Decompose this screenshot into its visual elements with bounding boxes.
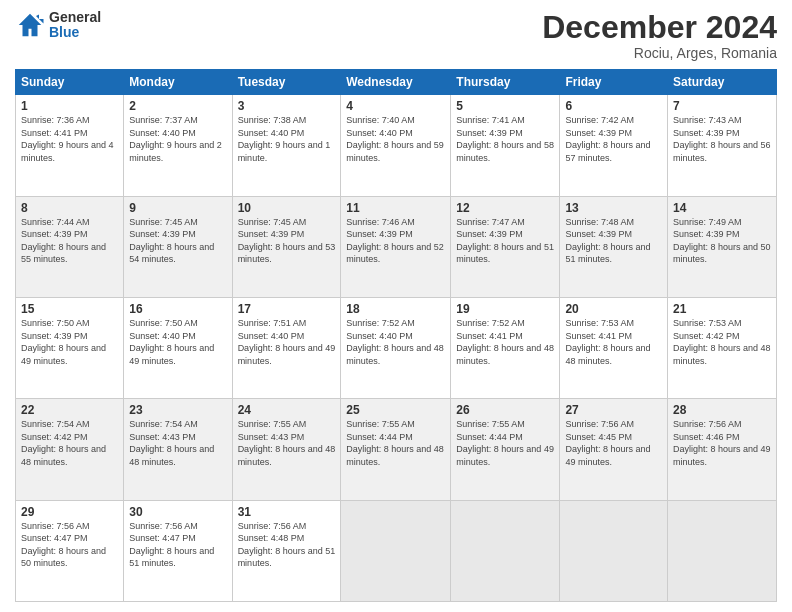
week-row-2: 8 Sunrise: 7:44 AM Sunset: 4:39 PM Dayli…: [16, 196, 777, 297]
calendar-cell: 12 Sunrise: 7:47 AM Sunset: 4:39 PM Dayl…: [451, 196, 560, 297]
calendar-header-row: Sunday Monday Tuesday Wednesday Thursday…: [16, 70, 777, 95]
day-detail: Sunrise: 7:51 AM Sunset: 4:40 PM Dayligh…: [238, 317, 336, 367]
calendar-cell: [560, 500, 668, 601]
week-row-5: 29 Sunrise: 7:56 AM Sunset: 4:47 PM Dayl…: [16, 500, 777, 601]
day-detail: Sunrise: 7:38 AM Sunset: 4:40 PM Dayligh…: [238, 114, 336, 164]
day-number: 3: [238, 99, 336, 113]
day-detail: Sunrise: 7:53 AM Sunset: 4:42 PM Dayligh…: [673, 317, 771, 367]
day-detail: Sunrise: 7:55 AM Sunset: 4:44 PM Dayligh…: [456, 418, 554, 468]
day-number: 16: [129, 302, 226, 316]
day-detail: Sunrise: 7:46 AM Sunset: 4:39 PM Dayligh…: [346, 216, 445, 266]
location: Rociu, Arges, Romania: [542, 45, 777, 61]
day-number: 12: [456, 201, 554, 215]
calendar-cell: 25 Sunrise: 7:55 AM Sunset: 4:44 PM Dayl…: [341, 399, 451, 500]
day-detail: Sunrise: 7:37 AM Sunset: 4:40 PM Dayligh…: [129, 114, 226, 164]
col-sunday: Sunday: [16, 70, 124, 95]
day-detail: Sunrise: 7:56 AM Sunset: 4:45 PM Dayligh…: [565, 418, 662, 468]
day-detail: Sunrise: 7:50 AM Sunset: 4:40 PM Dayligh…: [129, 317, 226, 367]
day-number: 22: [21, 403, 118, 417]
day-number: 18: [346, 302, 445, 316]
header: General Blue December 2024 Rociu, Arges,…: [15, 10, 777, 61]
day-number: 25: [346, 403, 445, 417]
day-detail: Sunrise: 7:52 AM Sunset: 4:41 PM Dayligh…: [456, 317, 554, 367]
col-wednesday: Wednesday: [341, 70, 451, 95]
day-number: 29: [21, 505, 118, 519]
calendar-cell: 26 Sunrise: 7:55 AM Sunset: 4:44 PM Dayl…: [451, 399, 560, 500]
calendar-cell: 6 Sunrise: 7:42 AM Sunset: 4:39 PM Dayli…: [560, 95, 668, 196]
col-tuesday: Tuesday: [232, 70, 341, 95]
calendar-cell: 4 Sunrise: 7:40 AM Sunset: 4:40 PM Dayli…: [341, 95, 451, 196]
day-number: 23: [129, 403, 226, 417]
day-number: 24: [238, 403, 336, 417]
day-detail: Sunrise: 7:54 AM Sunset: 4:42 PM Dayligh…: [21, 418, 118, 468]
day-detail: Sunrise: 7:52 AM Sunset: 4:40 PM Dayligh…: [346, 317, 445, 367]
calendar-cell: 24 Sunrise: 7:55 AM Sunset: 4:43 PM Dayl…: [232, 399, 341, 500]
day-number: 17: [238, 302, 336, 316]
day-detail: Sunrise: 7:36 AM Sunset: 4:41 PM Dayligh…: [21, 114, 118, 164]
day-detail: Sunrise: 7:47 AM Sunset: 4:39 PM Dayligh…: [456, 216, 554, 266]
day-number: 10: [238, 201, 336, 215]
logo: General Blue: [15, 10, 101, 41]
day-detail: Sunrise: 7:45 AM Sunset: 4:39 PM Dayligh…: [238, 216, 336, 266]
day-detail: Sunrise: 7:54 AM Sunset: 4:43 PM Dayligh…: [129, 418, 226, 468]
calendar-cell: 11 Sunrise: 7:46 AM Sunset: 4:39 PM Dayl…: [341, 196, 451, 297]
day-detail: Sunrise: 7:42 AM Sunset: 4:39 PM Dayligh…: [565, 114, 662, 164]
day-detail: Sunrise: 7:40 AM Sunset: 4:40 PM Dayligh…: [346, 114, 445, 164]
day-detail: Sunrise: 7:45 AM Sunset: 4:39 PM Dayligh…: [129, 216, 226, 266]
calendar-cell: 13 Sunrise: 7:48 AM Sunset: 4:39 PM Dayl…: [560, 196, 668, 297]
day-detail: Sunrise: 7:48 AM Sunset: 4:39 PM Dayligh…: [565, 216, 662, 266]
calendar-cell: 23 Sunrise: 7:54 AM Sunset: 4:43 PM Dayl…: [124, 399, 232, 500]
day-number: 27: [565, 403, 662, 417]
calendar-cell: 2 Sunrise: 7:37 AM Sunset: 4:40 PM Dayli…: [124, 95, 232, 196]
calendar-cell: [341, 500, 451, 601]
col-monday: Monday: [124, 70, 232, 95]
logo-blue-text: Blue: [49, 25, 101, 40]
calendar-cell: 14 Sunrise: 7:49 AM Sunset: 4:39 PM Dayl…: [668, 196, 777, 297]
logo-general-text: General: [49, 10, 101, 25]
calendar-cell: 10 Sunrise: 7:45 AM Sunset: 4:39 PM Dayl…: [232, 196, 341, 297]
day-number: 1: [21, 99, 118, 113]
day-number: 30: [129, 505, 226, 519]
day-detail: Sunrise: 7:43 AM Sunset: 4:39 PM Dayligh…: [673, 114, 771, 164]
day-number: 20: [565, 302, 662, 316]
month-title: December 2024: [542, 10, 777, 45]
week-row-4: 22 Sunrise: 7:54 AM Sunset: 4:42 PM Dayl…: [16, 399, 777, 500]
logo-text: General Blue: [49, 10, 101, 41]
calendar-cell: 5 Sunrise: 7:41 AM Sunset: 4:39 PM Dayli…: [451, 95, 560, 196]
calendar-cell: 19 Sunrise: 7:52 AM Sunset: 4:41 PM Dayl…: [451, 297, 560, 398]
calendar-cell: 20 Sunrise: 7:53 AM Sunset: 4:41 PM Dayl…: [560, 297, 668, 398]
week-row-1: 1 Sunrise: 7:36 AM Sunset: 4:41 PM Dayli…: [16, 95, 777, 196]
calendar-cell: [668, 500, 777, 601]
calendar-cell: 31 Sunrise: 7:56 AM Sunset: 4:48 PM Dayl…: [232, 500, 341, 601]
day-detail: Sunrise: 7:55 AM Sunset: 4:43 PM Dayligh…: [238, 418, 336, 468]
calendar-table: Sunday Monday Tuesday Wednesday Thursday…: [15, 69, 777, 602]
day-number: 26: [456, 403, 554, 417]
day-number: 2: [129, 99, 226, 113]
col-friday: Friday: [560, 70, 668, 95]
day-detail: Sunrise: 7:44 AM Sunset: 4:39 PM Dayligh…: [21, 216, 118, 266]
calendar-cell: 27 Sunrise: 7:56 AM Sunset: 4:45 PM Dayl…: [560, 399, 668, 500]
day-number: 21: [673, 302, 771, 316]
day-number: 13: [565, 201, 662, 215]
week-row-3: 15 Sunrise: 7:50 AM Sunset: 4:39 PM Dayl…: [16, 297, 777, 398]
calendar-cell: 18 Sunrise: 7:52 AM Sunset: 4:40 PM Dayl…: [341, 297, 451, 398]
day-detail: Sunrise: 7:55 AM Sunset: 4:44 PM Dayligh…: [346, 418, 445, 468]
logo-icon: [15, 10, 45, 40]
calendar-cell: 7 Sunrise: 7:43 AM Sunset: 4:39 PM Dayli…: [668, 95, 777, 196]
calendar-cell: 1 Sunrise: 7:36 AM Sunset: 4:41 PM Dayli…: [16, 95, 124, 196]
calendar-cell: 21 Sunrise: 7:53 AM Sunset: 4:42 PM Dayl…: [668, 297, 777, 398]
calendar-cell: 17 Sunrise: 7:51 AM Sunset: 4:40 PM Dayl…: [232, 297, 341, 398]
day-detail: Sunrise: 7:41 AM Sunset: 4:39 PM Dayligh…: [456, 114, 554, 164]
calendar-cell: 16 Sunrise: 7:50 AM Sunset: 4:40 PM Dayl…: [124, 297, 232, 398]
day-detail: Sunrise: 7:56 AM Sunset: 4:46 PM Dayligh…: [673, 418, 771, 468]
day-number: 14: [673, 201, 771, 215]
col-thursday: Thursday: [451, 70, 560, 95]
day-number: 31: [238, 505, 336, 519]
day-detail: Sunrise: 7:53 AM Sunset: 4:41 PM Dayligh…: [565, 317, 662, 367]
day-detail: Sunrise: 7:56 AM Sunset: 4:47 PM Dayligh…: [129, 520, 226, 570]
day-number: 5: [456, 99, 554, 113]
day-detail: Sunrise: 7:49 AM Sunset: 4:39 PM Dayligh…: [673, 216, 771, 266]
day-number: 8: [21, 201, 118, 215]
calendar-cell: 15 Sunrise: 7:50 AM Sunset: 4:39 PM Dayl…: [16, 297, 124, 398]
day-detail: Sunrise: 7:56 AM Sunset: 4:47 PM Dayligh…: [21, 520, 118, 570]
